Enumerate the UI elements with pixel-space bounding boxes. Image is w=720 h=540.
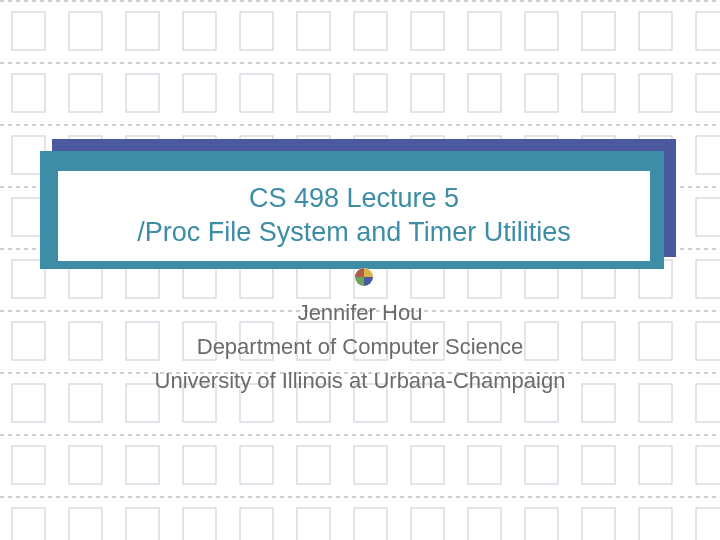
author-name: Jennifer Hou [0, 296, 720, 330]
department: Department of Computer Science [0, 330, 720, 364]
subtitle-block: Jennifer Hou Department of Computer Scie… [0, 296, 720, 398]
decorative-quadrant-icon [355, 268, 373, 286]
title-line-2: /Proc File System and Timer Utilities [137, 216, 571, 250]
title-frame-front: CS 498 Lecture 5 /Proc File System and T… [40, 151, 664, 269]
affiliation: University of Illinois at Urbana-Champai… [0, 364, 720, 398]
title-block: CS 498 Lecture 5 /Proc File System and T… [40, 145, 680, 263]
title-inner: CS 498 Lecture 5 /Proc File System and T… [58, 171, 650, 261]
title-line-1: CS 498 Lecture 5 [249, 182, 459, 216]
slide-content: CS 498 Lecture 5 /Proc File System and T… [0, 0, 720, 540]
